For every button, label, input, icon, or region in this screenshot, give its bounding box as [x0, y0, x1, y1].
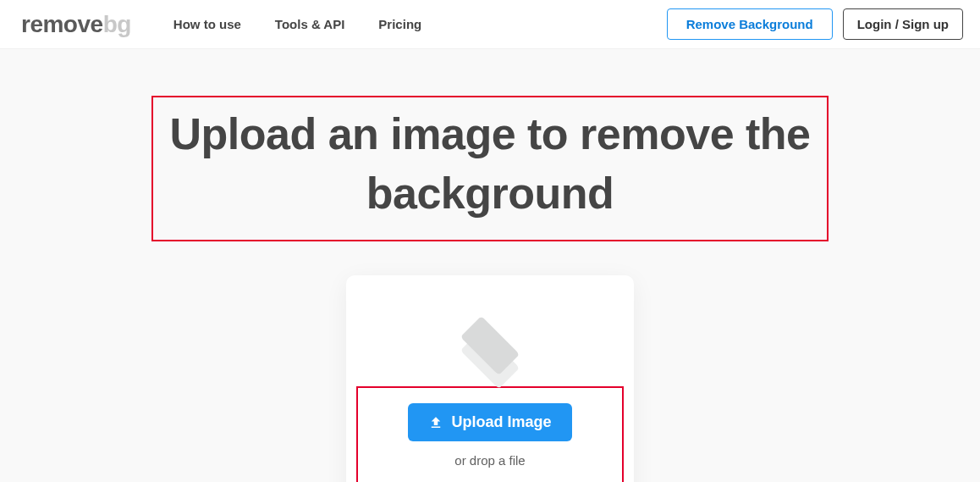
drop-file-hint: or drop a file: [454, 453, 525, 468]
layers-icon: [458, 322, 522, 371]
main-content: Upload an image to remove the background…: [0, 49, 980, 482]
upload-card: Upload Image or drop a file: [346, 275, 634, 482]
nav-how-to-use[interactable]: How to use: [173, 17, 241, 31]
header-actions: Remove Background Login / Sign up: [667, 8, 963, 40]
remove-background-button[interactable]: Remove Background: [667, 8, 833, 40]
logo-text-dark: remove: [21, 11, 103, 37]
upload-action-highlight-box: Upload Image or drop a file: [356, 386, 624, 482]
logo-text-light: bg: [103, 11, 131, 37]
login-signup-button[interactable]: Login / Sign up: [843, 8, 963, 40]
headline-highlight-box: Upload an image to remove the background: [151, 96, 829, 241]
header: removebg How to use Tools & API Pricing …: [0, 0, 980, 49]
upload-icon: [428, 415, 443, 430]
nav-tools-api[interactable]: Tools & API: [275, 17, 345, 31]
nav-pricing[interactable]: Pricing: [378, 17, 421, 31]
page-headline: Upload an image to remove the background: [168, 104, 812, 223]
upload-button-label: Upload Image: [451, 413, 551, 431]
primary-nav: How to use Tools & API Pricing: [173, 17, 667, 31]
logo[interactable]: removebg: [21, 11, 131, 38]
upload-image-button[interactable]: Upload Image: [408, 403, 571, 441]
